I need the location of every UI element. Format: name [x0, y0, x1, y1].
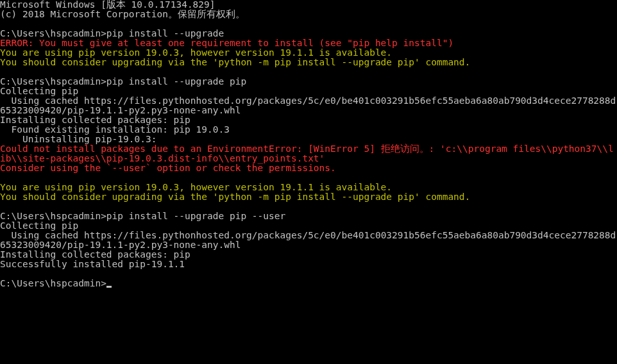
terminal-line: C:\Users\hspcadmin>pip install --upgrade — [0, 29, 617, 38]
terminal-line: C:\Users\hspcadmin>pip install --upgrade… — [0, 77, 617, 87]
terminal-line: Consider using the `--user` option or ch… — [0, 163, 617, 173]
terminal-prompt[interactable]: C:\Users\hspcadmin> — [0, 279, 617, 288]
terminal-line: Uninstalling pip-19.0.3: — [0, 135, 617, 144]
terminal-line: Could not install packages due to an Env… — [0, 144, 617, 163]
terminal-line: Found existing installation: pip 19.0.3 — [0, 125, 617, 135]
terminal-line — [0, 173, 617, 183]
terminal-line: Using cached https://files.pythonhosted.… — [0, 231, 617, 250]
terminal-line: ERROR: You must give at least one requir… — [0, 38, 617, 48]
terminal-line: (c) 2018 Microsoft Corporation。保留所有权利。 — [0, 10, 617, 19]
terminal-line: You should consider upgrading via the 'p… — [0, 192, 617, 202]
terminal-line: Installing collected packages: pip — [0, 250, 617, 260]
terminal-line: You should consider upgrading via the 'p… — [0, 58, 617, 67]
terminal-line — [0, 269, 617, 279]
terminal-line — [0, 67, 617, 77]
prompt-text: C:\Users\hspcadmin> — [0, 278, 106, 288]
terminal-line — [0, 19, 617, 29]
terminal-line: You are using pip version 19.0.3, howeve… — [0, 48, 617, 58]
terminal-line: Using cached https://files.pythonhosted.… — [0, 96, 617, 115]
cursor-icon — [106, 286, 112, 288]
terminal-line — [0, 202, 617, 211]
terminal-line: You are using pip version 19.0.3, howeve… — [0, 183, 617, 192]
terminal-line: C:\Users\hspcadmin>pip install --upgrade… — [0, 211, 617, 221]
terminal-output[interactable]: Microsoft Windows [版本 10.0.17134.829](c)… — [0, 0, 617, 288]
terminal-line: Successfully installed pip-19.1.1 — [0, 260, 617, 269]
terminal-line: Collecting pip — [0, 221, 617, 231]
terminal-line: Installing collected packages: pip — [0, 115, 617, 125]
terminal-line: Microsoft Windows [版本 10.0.17134.829] — [0, 0, 617, 10]
terminal-line: Collecting pip — [0, 87, 617, 96]
